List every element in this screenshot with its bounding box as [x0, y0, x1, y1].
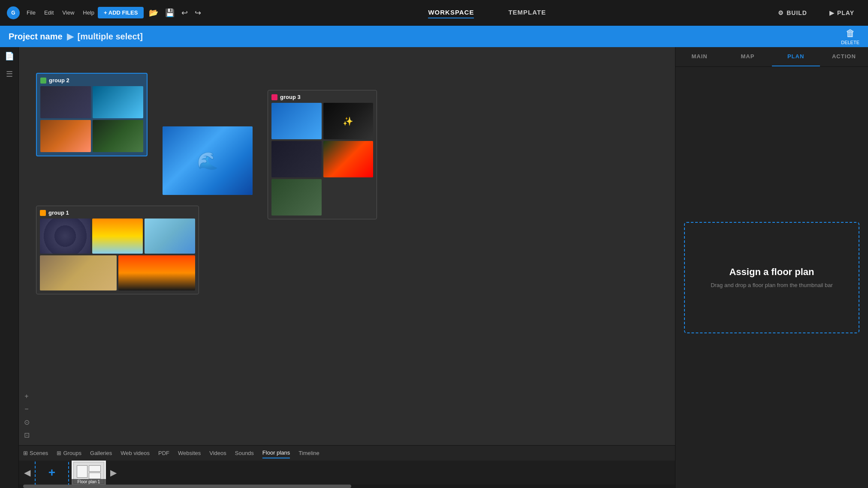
breadcrumb-separator: ▶ [67, 31, 73, 42]
redo-button[interactable]: ↪ [193, 6, 203, 19]
zoom-in-button[interactable]: + [21, 390, 33, 402]
group-1-color [40, 210, 46, 216]
group-1-img-2[interactable] [92, 219, 143, 254]
group-3-img-5[interactable] [271, 179, 322, 216]
group-2-img-1[interactable] [40, 86, 91, 118]
tab-timeline[interactable]: Timeline [298, 448, 319, 458]
filter-button[interactable]: ⊡ [21, 429, 33, 441]
group-1-container[interactable]: group 1 [36, 206, 199, 294]
tab-galleries[interactable]: Galleries [90, 448, 112, 458]
group-2-img-3[interactable] [40, 120, 91, 152]
scroll-track [19, 485, 675, 488]
group-2-img-2[interactable] [93, 86, 143, 118]
group-2-color [40, 78, 46, 84]
tab-pdf[interactable]: PDF [158, 448, 169, 458]
project-name: Project name [9, 32, 63, 42]
thumb-next-button[interactable]: ▶ [108, 466, 118, 479]
play-button[interactable]: ▶ PLAY [823, 7, 861, 19]
trash-icon: 🗑 [846, 28, 855, 39]
floor-plan-title: Assign a floor plan [729, 266, 814, 278]
scenes-icon: ⊞ [23, 450, 28, 456]
top-bar: G File Edit View Help + ADD FILES 📂 💾 ↩ … [0, 0, 868, 26]
build-button[interactable]: ⚙ BUILD [771, 7, 814, 19]
panel-tab-action[interactable]: ACTION [820, 47, 868, 66]
tab-web-videos[interactable]: Web videos [121, 448, 150, 458]
top-bar-right: ⚙ BUILD ▶ PLAY [771, 7, 861, 19]
group-1-img-1[interactable] [40, 219, 90, 254]
group-1-header: group 1 [40, 210, 195, 216]
group-3-container[interactable]: group 3 ✨ [268, 90, 377, 219]
zoom-controls: + − ⊙ ⊡ [21, 390, 33, 441]
group-3-label: group 3 [280, 94, 301, 100]
add-files-button[interactable]: + ADD FILES [98, 7, 144, 18]
group-1-images-bottom [40, 255, 195, 290]
tab-template[interactable]: TEMPLATE [508, 7, 546, 18]
group-3-images: ✨ [271, 103, 373, 216]
groups-icon: ⊞ [57, 450, 61, 456]
group-1-img-3[interactable] [145, 219, 195, 254]
group-2-img-4[interactable] [93, 120, 143, 152]
build-icon: ⚙ [778, 9, 784, 16]
app-logo: G [7, 6, 20, 19]
group-3-img-1[interactable] [271, 103, 322, 139]
menu-help[interactable]: Help [83, 9, 94, 16]
standalone-image[interactable]: 🌊 [163, 126, 253, 195]
main-layout: 📄 ☰ group 2 🌊 [0, 47, 868, 488]
left-sidebar: 📄 ☰ [0, 47, 19, 488]
group-1-images-top [40, 219, 195, 254]
thumb-content-area: ◀ + Floor plan 1 ▶ [19, 461, 675, 485]
panel-tab-main[interactable]: MAIN [675, 47, 723, 66]
sidebar-icon-layers[interactable]: ☰ [6, 69, 13, 79]
add-icon: + [48, 466, 55, 479]
thumb-add-item[interactable]: + [35, 461, 69, 485]
tab-websites[interactable]: Websites [178, 448, 201, 458]
breadcrumb-selection: [multiple select] [78, 32, 143, 42]
delete-label: DELETE [841, 40, 859, 45]
sidebar-icon-slides[interactable]: 📄 [5, 51, 14, 61]
zoom-fit-button[interactable]: ⊙ [21, 416, 33, 428]
thumb-prev-button[interactable]: ◀ [22, 466, 32, 479]
undo-button[interactable]: ↩ [180, 6, 190, 19]
group-2-images [40, 86, 143, 152]
thumb-tab-bar: ⊞ Scenes ⊞ Groups Galleries Web videos P… [19, 445, 675, 461]
breadcrumb-bar: Project name ▶ [multiple select] 🗑 DELET… [0, 26, 868, 47]
group-1-img-4[interactable] [40, 255, 117, 290]
delete-button[interactable]: 🗑 DELETE [841, 28, 859, 45]
group-3-img-3[interactable] [271, 141, 322, 177]
floor-plan-1-label: Floor plan 1 [72, 479, 106, 485]
tab-videos[interactable]: Videos [209, 448, 226, 458]
panel-tab-bar: MAIN MAP PLAN ACTION [675, 47, 868, 67]
group-3-img-4[interactable] [323, 141, 374, 177]
play-icon: ▶ [829, 9, 835, 16]
group-1-img-5[interactable] [118, 255, 195, 290]
tab-groups[interactable]: ⊞ Groups [57, 448, 81, 458]
panel-tab-map[interactable]: MAP [723, 47, 772, 66]
tab-floor-plans[interactable]: Floor plans [262, 448, 290, 458]
scroll-thumb[interactable] [23, 485, 351, 488]
right-panel: MAIN MAP PLAN ACTION Assign a floor plan… [675, 47, 868, 488]
menu-view[interactable]: View [62, 9, 74, 16]
group-3-img-2[interactable]: ✨ [323, 103, 374, 139]
panel-tab-plan[interactable]: PLAN [772, 47, 820, 66]
thumbnail-bar: ⊞ Scenes ⊞ Groups Galleries Web videos P… [19, 445, 675, 488]
panel-content: Assign a floor plan Drag and drop a floo… [675, 67, 868, 488]
thumb-floor-plan-1[interactable]: Floor plan 1 [72, 461, 106, 485]
tab-workspace[interactable]: WORKSPACE [428, 7, 474, 18]
floor-plan-dropzone[interactable]: Assign a floor plan Drag and drop a floo… [684, 222, 859, 333]
zoom-out-button[interactable]: − [21, 403, 33, 415]
tab-sounds[interactable]: Sounds [235, 448, 254, 458]
breadcrumb: Project name ▶ [multiple select] [9, 31, 143, 42]
menu-file[interactable]: File [27, 9, 36, 16]
group-2-label: group 2 [49, 77, 69, 84]
top-bar-center: WORKSPACE TEMPLATE [206, 7, 768, 18]
group-2-container[interactable]: group 2 [36, 73, 148, 156]
menu-bar: File Edit View Help [27, 9, 94, 16]
save-button[interactable]: 💾 [163, 6, 176, 19]
group-3-header: group 3 [271, 94, 373, 100]
canvas-area: group 2 🌊 group 3 ✨ [19, 47, 675, 488]
open-folder-button[interactable]: 📂 [147, 6, 160, 19]
menu-edit[interactable]: Edit [44, 9, 54, 16]
group-2-header: group 2 [40, 77, 143, 84]
tab-scenes[interactable]: ⊞ Scenes [23, 448, 48, 458]
group-1-label: group 1 [48, 210, 69, 216]
